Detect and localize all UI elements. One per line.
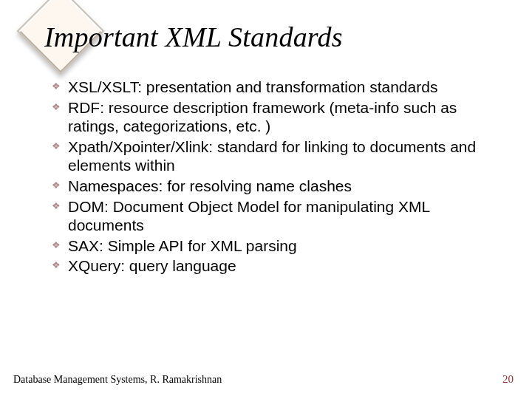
list-item-text: DOM: Document Object Model for manipulat… — [68, 197, 495, 235]
list-item-text: XQuery: query language — [68, 256, 236, 276]
list-item-text: Namespaces: for resolving name clashes — [68, 177, 352, 196]
slide: Important XML Standards ❖ XSL/XSLT: pres… — [0, 0, 532, 399]
list-item-text: Xpath/Xpointer/Xlink: standard for linki… — [68, 137, 495, 175]
list-item-text: SAX: Simple API for XML parsing — [68, 236, 297, 256]
diamond-bullet-icon: ❖ — [52, 240, 68, 250]
list-item: ❖ Namespaces: for resolving name clashes — [52, 177, 495, 196]
footer-text: Database Management Systems, R. Ramakris… — [13, 374, 222, 386]
list-item: ❖ SAX: Simple API for XML parsing — [52, 236, 495, 256]
page-number: 20 — [502, 373, 514, 386]
list-item: ❖ XSL/XSLT: presentation and transformat… — [52, 78, 495, 97]
list-item: ❖ DOM: Document Object Model for manipul… — [52, 197, 495, 235]
diamond-bullet-icon: ❖ — [52, 180, 68, 190]
slide-title: Important XML Standards — [44, 21, 343, 53]
list-item: ❖ XQuery: query language — [52, 256, 495, 276]
diamond-bullet-icon: ❖ — [52, 81, 68, 91]
slide-body: ❖ XSL/XSLT: presentation and transformat… — [52, 78, 495, 277]
diamond-bullet-icon: ❖ — [52, 141, 68, 151]
list-item: ❖ RDF: resource description framework (m… — [52, 98, 495, 136]
diamond-bullet-icon: ❖ — [52, 201, 68, 211]
diamond-bullet-icon: ❖ — [52, 102, 68, 112]
list-item-text: RDF: resource description framework (met… — [68, 98, 495, 136]
diamond-bullet-icon: ❖ — [52, 260, 68, 270]
list-item-text: XSL/XSLT: presentation and transformatio… — [68, 78, 437, 97]
list-item: ❖ Xpath/Xpointer/Xlink: standard for lin… — [52, 137, 495, 175]
